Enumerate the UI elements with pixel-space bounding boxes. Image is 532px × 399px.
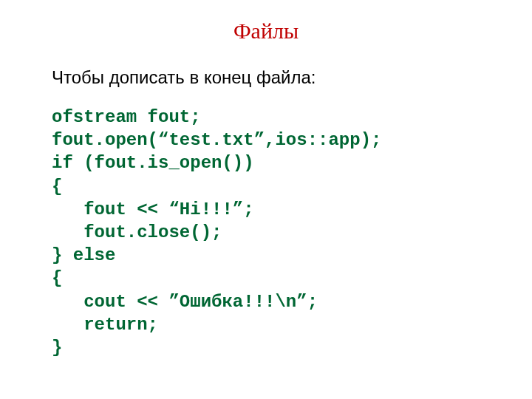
code-line: if (fout.is_open()) bbox=[52, 151, 480, 174]
code-line: fout << “Hi!!!”; bbox=[52, 198, 480, 221]
code-line: fout.close(); bbox=[52, 221, 480, 244]
intro-text: Чтобы дописать в конец файла: bbox=[52, 67, 480, 88]
code-line: { bbox=[52, 175, 480, 198]
slide: Файлы Чтобы дописать в конец файла: ofst… bbox=[0, 0, 532, 399]
code-line: return; bbox=[52, 313, 480, 336]
code-line: } bbox=[52, 336, 480, 359]
code-block: ofstream fout; fout.open(“test.txt”,ios:… bbox=[52, 106, 480, 359]
slide-title: Файлы bbox=[52, 18, 480, 44]
code-line: } else bbox=[52, 244, 480, 267]
code-line: { bbox=[52, 267, 480, 290]
code-line: ofstream fout; bbox=[52, 106, 480, 129]
code-line: cout << ”Ошибка!!!\n”; bbox=[52, 290, 480, 313]
code-line: fout.open(“test.txt”,ios::app); bbox=[52, 129, 480, 151]
